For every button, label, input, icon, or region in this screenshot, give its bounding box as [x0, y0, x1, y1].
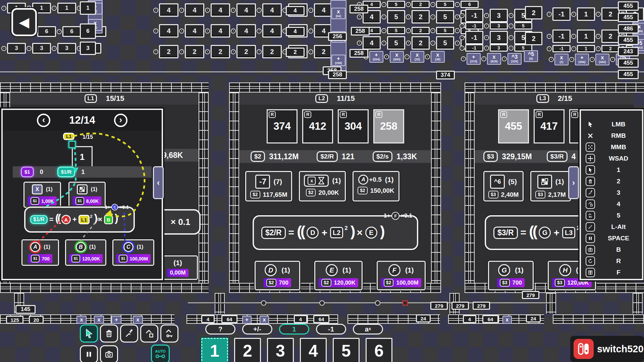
next-page-button[interactable]: ›: [114, 114, 127, 127]
number-tile[interactable]: 5: [436, 1, 454, 8]
number-tile[interactable]: 4: [159, 24, 178, 38]
resource-tile[interactable]: R417: [534, 109, 565, 143]
number-tile[interactable]: 2: [525, 6, 542, 19]
number-tile[interactable]: 2: [412, 27, 430, 34]
operator-module[interactable]: x: [94, 316, 104, 324]
number-tile[interactable]: 4: [236, 24, 256, 38]
upgrade-speed[interactable]: x (1) $220,00K: [299, 171, 346, 201]
number-tile[interactable]: 3: [490, 22, 508, 29]
operator-module[interactable]: x: [133, 316, 143, 324]
operator-module[interactable]: +(258): [331, 55, 345, 66]
cursor-tool-button[interactable]: [80, 324, 98, 343]
number-tile[interactable]: 5: [436, 10, 454, 23]
operator-module[interactable]: +: [242, 316, 252, 324]
minus-one-mode-pill[interactable]: -1: [316, 324, 346, 335]
upgrade-grid[interactable]: (1) $32,17M: [530, 171, 571, 201]
number-tile[interactable]: 2: [412, 10, 430, 23]
camera-button[interactable]: [100, 345, 118, 362]
number-tile[interactable]: 6: [62, 26, 81, 37]
number-tile[interactable]: 3: [490, 31, 508, 44]
paint-key-tool-button[interactable]: [160, 324, 178, 343]
number-tile[interactable]: 2: [525, 32, 542, 45]
overlay-collapse-tab[interactable]: ‹: [153, 166, 164, 199]
number-tile[interactable]: 4: [262, 24, 282, 38]
pause-button[interactable]: [80, 345, 98, 362]
hotbar-key-2[interactable]: 2: [234, 338, 261, 362]
operator-module[interactable]: x(20): [410, 51, 424, 63]
number-tile[interactable]: 1: [577, 45, 595, 52]
number-tile[interactable]: -1: [552, 45, 571, 52]
resource-tile[interactable]: R304: [338, 109, 369, 143]
number-tile[interactable]: 5: [514, 22, 532, 29]
currency-pill[interactable]: $1/R: [57, 167, 75, 177]
variable-upgrade[interactable]: E(1) $2120,00K: [314, 261, 363, 290]
resource-tile[interactable]: R258: [373, 109, 404, 143]
operator-module[interactable]: x(38): [431, 51, 445, 63]
number-tile[interactable]: -1: [465, 9, 483, 22]
number-tile[interactable]: 6: [37, 26, 56, 37]
number-tile[interactable]: 4: [211, 24, 230, 38]
variable-upgrade[interactable]: C(1) $1100,00M: [112, 239, 154, 266]
number-tile[interactable]: 5: [387, 10, 405, 23]
selected-cell-marker[interactable]: [68, 141, 76, 148]
number-box[interactable]: 4: [286, 6, 305, 15]
operator-module[interactable]: x: [260, 316, 269, 324]
legend-collapse-tab[interactable]: ›: [568, 166, 579, 199]
number-tile[interactable]: 5: [436, 36, 454, 50]
number-tile[interactable]: 6: [80, 23, 96, 39]
number-tile[interactable]: -1: [465, 44, 483, 52]
number-tile[interactable]: -1: [552, 7, 571, 21]
number-tile[interactable]: 5: [436, 27, 454, 34]
number-box[interactable]: 2: [286, 48, 305, 57]
operator-module[interactable]: x: [502, 316, 512, 324]
variable-upgrade[interactable]: (1) 0,00M: [158, 255, 198, 280]
number-tile[interactable]: 2: [159, 45, 178, 58]
number-tile[interactable]: 2: [211, 45, 230, 58]
hotbar-key-5[interactable]: 5: [333, 338, 360, 362]
one-mode-pill[interactable]: 1: [279, 324, 309, 335]
number-tile[interactable]: 1: [57, 3, 76, 13]
number-tile[interactable]: 2: [601, 7, 620, 21]
upgrade-reduce[interactable]: -7(7) $2117,65M: [245, 171, 292, 201]
number-tile[interactable]: 2: [262, 45, 282, 58]
operator-module[interactable]: +(504): [369, 51, 383, 63]
number-tile[interactable]: -1: [465, 31, 483, 44]
number-tile[interactable]: 5: [387, 36, 405, 50]
resource-tile[interactable]: R455: [498, 109, 529, 143]
operator-module[interactable]: x(64): [331, 8, 345, 19]
operator-module[interactable]: +(456): [575, 54, 589, 65]
pipette-tool-button[interactable]: [120, 324, 138, 343]
number-tile[interactable]: 4: [236, 3, 256, 17]
number-tile[interactable]: 3: [490, 44, 508, 52]
upgrade-grid[interactable]: (1) $18,00K: [68, 182, 106, 208]
exponent-mode-pill[interactable]: ax: [353, 324, 383, 335]
number-tile[interactable]: 1: [577, 7, 595, 21]
upgrade-power[interactable]: ^6(5) $32,40M: [483, 171, 524, 201]
help-mode-pill[interactable]: ?: [205, 324, 235, 335]
auto-mode-button[interactable]: AUTO: [151, 345, 170, 362]
number-tile[interactable]: 4: [159, 3, 178, 17]
operator-module[interactable]: ^5(9): [524, 50, 538, 62]
number-tile[interactable]: 3: [490, 9, 508, 22]
number-tile[interactable]: 4: [185, 3, 204, 17]
number-tile[interactable]: 2: [185, 45, 204, 58]
number-tile[interactable]: 2: [601, 45, 620, 52]
delete-tool-button[interactable]: [100, 324, 118, 343]
variable-upgrade[interactable]: A(1) $1700: [21, 239, 59, 266]
prev-page-button[interactable]: ‹: [37, 114, 50, 127]
number-tile[interactable]: 4: [363, 36, 381, 50]
hotbar-key-6[interactable]: 6: [366, 338, 392, 362]
paint-square-tool-button[interactable]: [140, 324, 158, 343]
number-tile[interactable]: 1: [80, 1, 96, 15]
number-tile[interactable]: 2: [412, 1, 430, 8]
resource-tile[interactable]: R412: [302, 109, 333, 143]
back-button[interactable]: ◀: [11, 8, 37, 36]
currency-pill[interactable]: $1: [21, 167, 34, 177]
number-tile[interactable]: 3: [57, 43, 76, 54]
upgrade-multiply[interactable]: X(1) $11,00K: [23, 182, 61, 208]
number-box[interactable]: 4: [286, 27, 305, 36]
number-tile[interactable]: 2: [412, 36, 430, 50]
plus-minus-mode-pill[interactable]: +/-: [242, 324, 272, 335]
number-tile[interactable]: -1: [552, 29, 571, 43]
number-tile[interactable]: 2: [236, 45, 256, 58]
